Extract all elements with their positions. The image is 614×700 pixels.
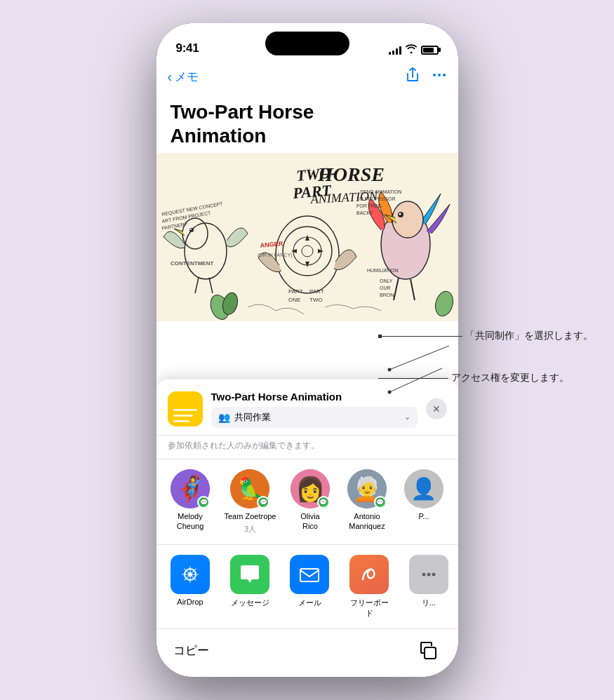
copy-icon-button[interactable]	[416, 638, 441, 663]
signal-bar-1	[389, 52, 391, 55]
messages-label: メッセージ	[231, 598, 269, 608]
svg-text:CONTENTMENT: CONTENTMENT	[171, 260, 213, 267]
app-item-messages[interactable]: メッセージ	[227, 555, 273, 619]
svg-point-1	[438, 74, 441, 76]
app-icons-row: AirDrop メッセージ	[156, 545, 458, 629]
svg-point-46	[188, 572, 192, 577]
message-icon: 💬	[260, 499, 267, 506]
note-title: Two-Part HorseAnimation	[156, 92, 458, 153]
svg-text:(OR IN FANCY): (OR IN FANCY)	[258, 253, 292, 258]
svg-text:BRON: BRON	[380, 292, 394, 297]
person-name-antonio: AntonioManriquez	[349, 511, 385, 532]
chevron-up-down-icon: ⌄	[404, 412, 411, 422]
access-text: 参加依頼された人のみが編集できます。	[156, 436, 458, 459]
airdrop-icon	[171, 555, 210, 594]
close-icon: ✕	[432, 403, 441, 415]
copy-button[interactable]: コピー	[173, 642, 209, 659]
share-header: Two-Part Horse Animation 👥 共同作業 ⌄ ✕	[156, 379, 458, 436]
share-title-area: Two-Part Horse Animation 👥 共同作業 ⌄	[211, 391, 418, 428]
message-icon: 💬	[200, 499, 208, 506]
bottom-bar: コピー	[156, 629, 458, 677]
svg-rect-47	[300, 569, 319, 581]
annotation-text-2: アクセス権を変更します。	[451, 372, 569, 384]
svg-text:PART: PART	[309, 288, 324, 295]
message-badge-olivia: 💬	[317, 496, 330, 509]
close-button[interactable]: ✕	[426, 398, 447, 419]
status-icons	[389, 44, 439, 55]
svg-point-2	[443, 74, 446, 76]
collaborate-dropdown[interactable]: 👥 共同作業 ⌄	[211, 407, 418, 428]
signal-bars	[389, 45, 401, 55]
back-chevron-icon: ‹	[168, 69, 173, 83]
svg-text:ONLY: ONLY	[380, 278, 393, 283]
message-icon: 💬	[376, 499, 384, 506]
back-button[interactable]: ‹ メモ	[168, 69, 199, 85]
message-badge-antonio: 💬	[374, 496, 387, 509]
more-apps-icon	[409, 555, 448, 594]
person-name-olivia: OliviaRico	[300, 511, 320, 532]
wifi-icon	[406, 44, 417, 55]
svg-text:TO PROFESSOR: TO PROFESSOR	[356, 196, 396, 201]
svg-text:FOR FREE-: FOR FREE-	[356, 203, 383, 208]
back-label: メモ	[175, 69, 199, 85]
share-note-title: Two-Part Horse Animation	[211, 391, 418, 403]
message-badge: 💬	[197, 496, 210, 509]
svg-point-0	[433, 74, 436, 76]
status-time: 9:41	[176, 41, 199, 55]
person-name-zoetrope: Team Zoetrope	[225, 511, 276, 521]
svg-point-29	[392, 201, 423, 238]
people-row: 🦸‍♀️ 💬 MelodyCheung 🦜	[156, 459, 458, 545]
svg-point-48	[422, 573, 426, 577]
more-button[interactable]	[432, 67, 447, 86]
messages-icon	[230, 555, 269, 594]
share-button[interactable]	[405, 67, 420, 86]
signal-bar-3	[396, 48, 398, 55]
svg-rect-51	[425, 647, 436, 659]
annotation-1: 「共同制作」を選択します。	[378, 330, 593, 342]
svg-point-13	[190, 229, 192, 230]
svg-point-31	[399, 213, 401, 215]
svg-text:HUMILIATION: HUMILIATION	[367, 268, 399, 273]
people-icon: 👥	[218, 412, 230, 423]
message-badge-zoetrope: 💬	[257, 496, 269, 509]
svg-text:BACK?: BACK?	[356, 210, 373, 215]
svg-text:PART: PART	[288, 288, 303, 295]
app-item-more[interactable]: リ...	[406, 555, 452, 619]
svg-point-50	[432, 573, 436, 577]
svg-text:ONE: ONE	[288, 297, 300, 303]
signal-bar-2	[392, 51, 394, 55]
note-image: TWO- PART HORSE ANIMATION	[156, 153, 458, 321]
share-sheet: Two-Part Horse Animation 👥 共同作業 ⌄ ✕ 参加依頼…	[156, 379, 458, 677]
svg-text:OUR: OUR	[380, 285, 391, 290]
app-item-freeform[interactable]: フリーボード	[347, 555, 392, 619]
app-item-airdrop[interactable]: AirDrop	[168, 555, 213, 619]
person-name-melody: MelodyCheung	[177, 511, 204, 532]
mail-icon	[290, 555, 329, 594]
mail-label: メール	[298, 598, 321, 608]
annotations-area: 「共同制作」を選択します。 アクセス権を変更します。	[378, 330, 593, 384]
more-label: リ...	[422, 598, 436, 608]
person-item-antonio[interactable]: 🧑‍🦳 💬 AntonioManriquez	[344, 469, 389, 534]
person-item-olivia[interactable]: 👩 💬 OliviaRico	[287, 469, 333, 534]
airdrop-label: AirDrop	[177, 598, 203, 606]
annotation-text-1: 「共同制作」を選択します。	[465, 330, 593, 342]
freeform-icon	[349, 555, 389, 594]
svg-point-12	[189, 228, 194, 232]
note-app-icon	[168, 391, 203, 426]
signal-bar-4	[399, 46, 401, 55]
app-item-mail[interactable]: メール	[287, 555, 333, 619]
nav-actions	[405, 67, 447, 86]
freeform-label: フリーボード	[347, 598, 392, 619]
person-count-zoetrope: 3人	[244, 524, 256, 534]
nav-bar: ‹ メモ	[156, 61, 458, 92]
person-item-p[interactable]: 👤 P...	[401, 469, 446, 534]
person-item-melody[interactable]: 🦸‍♀️ 💬 MelodyCheung	[168, 469, 213, 534]
person-name-p: P...	[418, 511, 429, 521]
battery-icon	[421, 46, 439, 55]
svg-text:HORSE: HORSE	[317, 163, 385, 185]
collaborate-label: 共同作業	[234, 411, 271, 424]
dynamic-island	[265, 32, 349, 55]
person-item-zoetrope[interactable]: 🦜 💬 Team Zoetrope 3人	[225, 469, 276, 534]
message-icon: 💬	[319, 499, 327, 506]
svg-text:SEND ANIMATION: SEND ANIMATION	[360, 189, 401, 194]
